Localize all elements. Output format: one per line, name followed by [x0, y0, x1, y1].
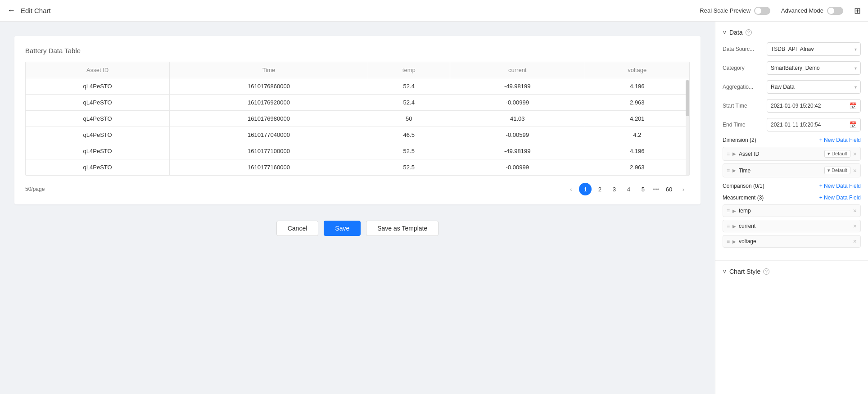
measurement-field-temp: ≡ ▶ temp ×: [723, 204, 861, 217]
table-wrapper: Asset ID Time temp current voltage qL4Pe…: [25, 62, 690, 176]
comparison-header: Comparison (0/1) + New Data Field: [723, 183, 861, 189]
table-row: qL4PeSTO161017692000052.4-0.009992.963: [26, 95, 689, 111]
field-expand-icon[interactable]: ▶: [732, 151, 736, 156]
field-name-time: Time: [739, 168, 822, 174]
measurement-add-field-button[interactable]: + New Data Field: [819, 195, 861, 201]
real-scale-toggle-group: Real Scale Preview: [700, 7, 770, 15]
data-table: Asset ID Time temp current voltage qL4Pe…: [26, 62, 689, 175]
col-header-temp: temp: [368, 62, 450, 78]
category-chevron-icon: ▾: [854, 66, 857, 71]
table-row: qL4PeSTO161017704000046.5-0.005994.2: [26, 127, 689, 143]
field-expand-icon[interactable]: ▶: [732, 239, 736, 244]
start-time-label: Start Time: [723, 103, 763, 109]
page-dots: •••: [651, 186, 661, 193]
chart-card: Battery Data Table Asset ID Time temp cu…: [14, 36, 701, 204]
aggregation-label: Aggregatio...: [723, 84, 763, 90]
end-time-value: 2021-01-11 15:20:54: [771, 122, 821, 128]
start-time-calendar-icon: 📅: [849, 102, 857, 109]
real-scale-toggle[interactable]: [754, 7, 770, 15]
field-expand-icon[interactable]: ▶: [732, 168, 736, 173]
cancel-button[interactable]: Cancel: [276, 221, 319, 236]
field-remove-asset-id[interactable]: ×: [853, 151, 857, 157]
aggregation-value: Raw Data: [771, 84, 795, 90]
drag-handle-icon[interactable]: ≡: [727, 208, 730, 214]
save-template-button[interactable]: Save as Template: [366, 221, 439, 236]
prev-page-button[interactable]: ‹: [565, 183, 577, 195]
data-source-value: TSDB_API_AIraw: [771, 46, 814, 52]
dimension-field-time: ≡ ▶ Time ▾ Default ×: [723, 163, 861, 177]
data-chevron-icon: ∨: [723, 29, 727, 36]
dimension-add-field-button[interactable]: + New Data Field: [819, 137, 861, 143]
end-time-input[interactable]: 2021-01-11 15:20:54 📅: [767, 118, 861, 131]
table-row: qL4PeSTO16101769800005041.034.201: [26, 111, 689, 127]
measurement-field-current: ≡ ▶ current ×: [723, 220, 861, 232]
field-expand-icon[interactable]: ▶: [732, 208, 736, 213]
data-source-select[interactable]: TSDB_API_AIraw ▾: [767, 42, 861, 56]
dimension-field-asset-id: ≡ ▶ Asset ID ▾ Default ×: [723, 147, 861, 161]
left-content: Battery Data Table Asset ID Time temp cu…: [0, 22, 715, 394]
category-row: Category SmartBattery_Demo ▾: [723, 61, 861, 75]
page-2-button[interactable]: 2: [593, 183, 606, 195]
field-name-temp: temp: [739, 208, 850, 214]
data-section-title: Data: [729, 29, 743, 36]
data-help-icon[interactable]: ?: [746, 29, 752, 36]
dimension-title: Dimension (2): [723, 137, 756, 143]
table-scroll-thumb[interactable]: [686, 80, 689, 116]
field-remove-temp[interactable]: ×: [853, 208, 857, 214]
main-layout: Battery Data Table Asset ID Time temp cu…: [0, 22, 868, 394]
start-time-value: 2021-01-09 15:20:42: [771, 103, 821, 109]
chart-style-title: Chart Style: [729, 268, 760, 275]
action-bar: Cancel Save Save as Template: [14, 213, 701, 243]
aggregation-select[interactable]: Raw Data ▾: [767, 80, 861, 94]
category-value: SmartBattery_Demo: [771, 65, 820, 71]
drag-handle-icon[interactable]: ≡: [727, 238, 730, 245]
start-time-row: Start Time 2021-01-09 15:20:42 📅: [723, 99, 861, 113]
advanced-mode-toggle-group: Advanced Mode: [781, 7, 843, 15]
field-remove-voltage[interactable]: ×: [853, 238, 857, 245]
page-1-button[interactable]: 1: [579, 183, 592, 195]
page-3-button[interactable]: 3: [608, 183, 620, 195]
end-time-calendar-icon: 📅: [849, 121, 857, 128]
page-60-button[interactable]: 60: [663, 183, 675, 195]
next-page-button[interactable]: ›: [677, 183, 690, 195]
page-5-button[interactable]: 5: [637, 183, 649, 195]
data-section-header[interactable]: ∨ Data ?: [723, 29, 861, 36]
data-source-chevron-icon: ▾: [854, 47, 857, 52]
data-source-row: Data Sourc... TSDB_API_AIraw ▾: [723, 42, 861, 56]
drag-handle-icon[interactable]: ≡: [727, 168, 730, 174]
back-button[interactable]: ←: [7, 6, 15, 15]
field-remove-current[interactable]: ×: [853, 223, 857, 229]
category-select[interactable]: SmartBattery_Demo ▾: [767, 61, 861, 75]
table-scroll-indicator[interactable]: [686, 80, 689, 175]
right-panel: ∨ Data ? Data Sourc... TSDB_API_AIraw ▾ …: [715, 22, 868, 394]
col-header-current: current: [450, 62, 585, 78]
chart-style-section: ∨ Chart Style ?: [715, 261, 868, 289]
drag-handle-icon[interactable]: ≡: [727, 223, 730, 229]
drag-handle-icon[interactable]: ≡: [727, 151, 730, 157]
page-info: 50/page: [25, 186, 45, 192]
field-name-voltage: voltage: [739, 238, 850, 245]
comparison-add-field-button[interactable]: + New Data Field: [819, 183, 861, 189]
field-remove-time[interactable]: ×: [853, 168, 857, 174]
table-row: qL4PeSTO161017686000052.4-49.981994.196: [26, 78, 689, 95]
real-scale-label: Real Scale Preview: [700, 7, 750, 14]
start-time-input[interactable]: 2021-01-09 15:20:42 📅: [767, 99, 861, 113]
table-header-row: Asset ID Time temp current voltage: [26, 62, 689, 78]
chart-style-chevron-icon: ∨: [723, 268, 727, 275]
chart-style-help-icon[interactable]: ?: [763, 268, 769, 275]
field-badge-default-asset-id[interactable]: ▾ Default: [824, 150, 850, 158]
field-expand-icon[interactable]: ▶: [732, 224, 736, 229]
page-title: Edit Chart: [21, 7, 51, 14]
expand-icon[interactable]: ⊞: [854, 6, 861, 16]
table-row: qL4PeSTO161017716000052.5-0.009992.963: [26, 159, 689, 176]
category-label: Category: [723, 65, 763, 71]
advanced-mode-toggle[interactable]: [827, 7, 843, 15]
chart-style-header[interactable]: ∨ Chart Style ?: [723, 268, 861, 275]
end-time-row: End Time 2021-01-11 15:20:54 📅: [723, 118, 861, 131]
page-4-button[interactable]: 4: [622, 183, 635, 195]
col-header-asset-id: Asset ID: [26, 62, 170, 78]
field-badge-default-time[interactable]: ▾ Default: [824, 167, 850, 174]
header-controls: Real Scale Preview Advanced Mode ⊞: [700, 6, 861, 16]
save-button[interactable]: Save: [324, 221, 361, 236]
measurement-title: Measurement (3): [723, 195, 764, 201]
